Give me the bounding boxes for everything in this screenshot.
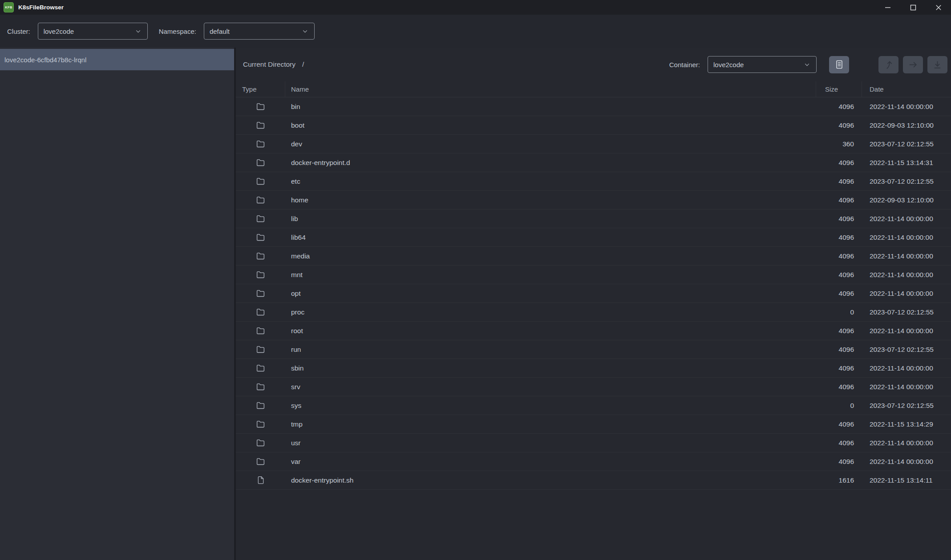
download-file-button[interactable] [927, 56, 947, 73]
folder-icon [256, 195, 265, 205]
row-type-cell [236, 158, 285, 167]
column-header-type[interactable]: Type [236, 81, 285, 97]
row-name: tmp [285, 420, 816, 428]
table-row[interactable]: opt 4096 2022-11-14 00:00:00 [236, 284, 951, 303]
view-log-button[interactable] [829, 56, 849, 73]
container-select[interactable]: love2code [708, 56, 817, 73]
row-size: 4096 [816, 383, 862, 391]
row-size: 4096 [816, 364, 862, 372]
row-size: 4096 [816, 346, 862, 354]
row-name: lib [285, 215, 816, 223]
table-row[interactable]: sys 0 2023-07-12 02:12:55 [236, 396, 951, 415]
table-row[interactable]: srv 4096 2022-11-14 00:00:00 [236, 378, 951, 396]
maximize-icon [910, 4, 916, 11]
row-type-cell [236, 419, 285, 429]
row-size: 4096 [816, 103, 862, 111]
directory-bar: Current Directory / Container: love2code [236, 48, 951, 81]
row-size: 4096 [816, 159, 862, 167]
table-row[interactable]: tmp 4096 2022-11-15 13:14:29 [236, 415, 951, 434]
table-row[interactable]: docker-entrypoint.sh 1616 2022-11-15 13:… [236, 471, 951, 490]
row-type-cell [236, 438, 285, 447]
close-button[interactable] [926, 0, 951, 15]
table-row[interactable]: sbin 4096 2022-11-14 00:00:00 [236, 359, 951, 378]
table-row[interactable]: home 4096 2022-09-03 12:10:00 [236, 191, 951, 209]
row-date: 2023-07-12 02:12:55 [862, 140, 951, 148]
navigation-buttons [878, 56, 947, 73]
table-row[interactable]: media 4096 2022-11-14 00:00:00 [236, 247, 951, 266]
row-name: srv [285, 383, 816, 391]
row-type-cell [236, 177, 285, 186]
column-header-size[interactable]: Size [816, 81, 862, 97]
table-row[interactable]: dev 360 2023-07-12 02:12:55 [236, 135, 951, 153]
namespace-label: Namespace: [159, 28, 196, 35]
row-date: 2023-07-12 02:12:55 [862, 308, 951, 316]
row-type-cell [236, 382, 285, 391]
row-name: docker-entrypoint.d [285, 159, 816, 167]
row-type-cell [236, 121, 285, 130]
column-header-name[interactable]: Name [285, 81, 816, 97]
row-name: home [285, 196, 816, 204]
row-date: 2022-11-15 13:14:29 [862, 420, 951, 428]
row-date: 2022-11-14 00:00:00 [862, 290, 951, 298]
table-row[interactable]: proc 0 2023-07-12 02:12:55 [236, 303, 951, 322]
parent-directory-button[interactable] [878, 56, 898, 73]
row-name: media [285, 252, 816, 260]
column-header-date[interactable]: Date [862, 81, 951, 97]
maximize-button[interactable] [900, 0, 926, 15]
folder-icon [256, 289, 265, 298]
table-row[interactable]: etc 4096 2023-07-12 02:12:55 [236, 172, 951, 191]
row-name: sys [285, 402, 816, 410]
row-size: 0 [816, 402, 862, 410]
pod-list-item[interactable]: love2code-6cfbd47b8c-lrqnl [0, 49, 234, 70]
row-size: 4096 [816, 234, 862, 242]
row-type-cell [236, 363, 285, 373]
row-size: 4096 [816, 420, 862, 428]
folder-icon [256, 102, 265, 111]
row-size: 360 [816, 140, 862, 148]
chevron-down-icon [134, 28, 142, 35]
row-date: 2022-11-14 00:00:00 [862, 252, 951, 260]
minimize-button[interactable] [875, 0, 900, 15]
row-date: 2022-11-15 13:14:31 [862, 159, 951, 167]
table-row[interactable]: lib64 4096 2022-11-14 00:00:00 [236, 228, 951, 247]
row-name: lib64 [285, 234, 816, 242]
row-type-cell [236, 195, 285, 205]
table-row[interactable]: root 4096 2022-11-14 00:00:00 [236, 322, 951, 340]
open-directory-button[interactable] [903, 56, 923, 73]
table-row[interactable]: mnt 4096 2022-11-14 00:00:00 [236, 266, 951, 284]
window-controls [875, 0, 951, 15]
container-select-value: love2code [713, 61, 744, 68]
table-row[interactable]: run 4096 2023-07-12 02:12:55 [236, 340, 951, 359]
pod-list-sidebar: love2code-6cfbd47b8c-lrqnl [0, 48, 236, 560]
row-type-cell [236, 233, 285, 242]
table-row[interactable]: bin 4096 2022-11-14 00:00:00 [236, 97, 951, 116]
row-date: 2022-09-03 12:10:00 [862, 121, 951, 129]
row-type-cell [236, 139, 285, 149]
folder-icon [256, 345, 265, 354]
table-row[interactable]: var 4096 2022-11-14 00:00:00 [236, 452, 951, 471]
folder-icon [256, 233, 265, 242]
close-icon [935, 4, 942, 11]
row-size: 1616 [816, 476, 862, 484]
row-type-cell [236, 345, 285, 354]
row-date: 2022-11-14 00:00:00 [862, 383, 951, 391]
row-size: 0 [816, 308, 862, 316]
table-header: Type Name Size Date [236, 81, 951, 97]
table-row[interactable]: lib 4096 2022-11-14 00:00:00 [236, 209, 951, 228]
container-label: Container: [669, 61, 700, 68]
app-logo-text: KFB [5, 5, 12, 9]
content-area: love2code-6cfbd47b8c-lrqnl Current Direc… [0, 48, 951, 560]
download-icon [932, 59, 943, 70]
cluster-select[interactable]: love2code [38, 23, 148, 40]
row-name: var [285, 458, 816, 466]
row-name: docker-entrypoint.sh [285, 476, 816, 484]
table-row[interactable]: boot 4096 2022-09-03 12:10:00 [236, 116, 951, 135]
row-date: 2022-11-14 00:00:00 [862, 458, 951, 466]
table-row[interactable]: docker-entrypoint.d 4096 2022-11-15 13:1… [236, 153, 951, 172]
folder-icon [256, 177, 265, 186]
table-row[interactable]: usr 4096 2022-11-14 00:00:00 [236, 434, 951, 452]
row-name: opt [285, 290, 816, 298]
namespace-select[interactable]: default [204, 23, 315, 40]
row-type-cell [236, 401, 285, 410]
folder-icon [256, 270, 265, 279]
